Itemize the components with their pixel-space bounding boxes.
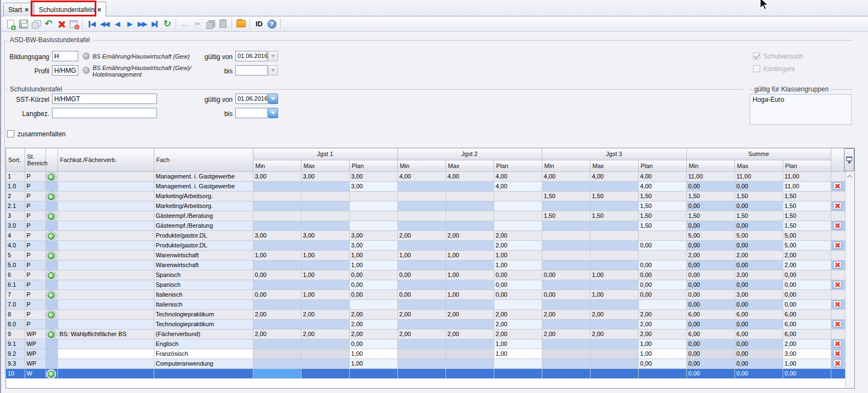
cell-fach[interactable]: Technologiepraktikum	[154, 319, 253, 329]
grid-cell[interactable]: 4,00	[397, 171, 445, 181]
grid-cell[interactable]: 2,00	[638, 319, 686, 329]
grid-cell[interactable]	[253, 280, 301, 290]
cell-fachkat[interactable]	[57, 359, 154, 368]
cell-sort[interactable]: 6	[6, 270, 25, 280]
grid-cell[interactable]: 0,00	[686, 270, 734, 280]
cell-bereich[interactable]: P	[25, 290, 45, 299]
cell-fachkat[interactable]	[57, 339, 154, 349]
cell-fachkat[interactable]	[57, 349, 154, 359]
col-header-max[interactable]: Max	[590, 160, 638, 171]
grid-cell[interactable]: 2,00	[542, 309, 590, 319]
table-row-10[interactable]: 10W+0,000,000,00	[6, 368, 846, 378]
cell-fach[interactable]: Management. i. Gastgewerbe	[154, 171, 253, 181]
cell-delete[interactable]	[831, 319, 846, 329]
grid-cell[interactable]	[590, 250, 638, 260]
grid-cell[interactable]	[397, 211, 445, 221]
grid-cell[interactable]: 2,00	[783, 339, 831, 349]
grid-cell[interactable]	[590, 221, 638, 230]
grid-cell[interactable]: 4,00	[638, 171, 686, 181]
table-row-9.3[interactable]: 9.3WPComputeranwendung1,000,000,000,001,…	[6, 359, 846, 368]
grid-cell[interactable]: 0,00	[494, 290, 542, 299]
grid-cell[interactable]	[445, 211, 494, 221]
cell-sort[interactable]: 2	[6, 191, 25, 201]
grid-cell[interactable]: 2,00	[542, 329, 590, 339]
grid-cell[interactable]	[445, 201, 494, 211]
table-row-5.0[interactable]: 5.0PWarenwirtschaft1,001,000,000,000,002…	[6, 260, 846, 270]
grid-cell[interactable]: 0,00	[397, 290, 445, 299]
grid-cell[interactable]	[590, 349, 638, 359]
grid-cell[interactable]	[253, 319, 301, 329]
cell-fachkat[interactable]	[57, 211, 154, 221]
grid-cell[interactable]: 1,50	[638, 201, 686, 211]
cell-bereich[interactable]: P	[25, 240, 45, 250]
grid-cell[interactable]: 5,00	[686, 230, 734, 240]
cell-delete[interactable]	[831, 201, 846, 211]
grid-cell[interactable]: 0,00	[734, 201, 783, 211]
grid-cell[interactable]: 2,00	[494, 230, 542, 240]
delete-row-button[interactable]	[833, 202, 842, 210]
cell-fachkat[interactable]	[57, 221, 154, 230]
grid-cell[interactable]	[542, 201, 590, 211]
grid-cell[interactable]	[494, 299, 542, 309]
grid-cell[interactable]	[301, 181, 349, 191]
grid-cell[interactable]: 1,00	[638, 349, 686, 359]
cell-fach[interactable]: Computeranwendung	[154, 359, 253, 368]
nav-prev-button[interactable]: ◀	[111, 18, 123, 30]
grid-cell[interactable]: 2,00	[638, 329, 686, 339]
grid-cell[interactable]	[397, 201, 445, 211]
delete-row-button[interactable]	[833, 360, 842, 367]
grid-cell[interactable]: 1,00	[349, 260, 397, 270]
grid-cell[interactable]: 1,00	[349, 359, 397, 368]
grid-cell[interactable]	[397, 339, 445, 349]
grid-cell[interactable]	[397, 191, 445, 201]
grid-cell[interactable]	[542, 359, 590, 368]
grid-cell[interactable]	[638, 299, 686, 309]
grid-cell[interactable]	[590, 260, 638, 270]
grid-cell[interactable]: 2,00	[734, 250, 783, 260]
grid-cell[interactable]: 0,00	[686, 280, 734, 290]
cell-bereich[interactable]: WP	[25, 359, 45, 368]
grid-cell[interactable]: 2,00	[349, 329, 397, 339]
cell-fach[interactable]: (Fächerverbund)	[154, 329, 253, 339]
grid-cell[interactable]: 0,00	[734, 368, 783, 378]
grid-cell[interactable]	[542, 339, 590, 349]
cell-bereich[interactable]: P	[25, 230, 45, 240]
cell-fachkat[interactable]	[57, 290, 154, 299]
grid-cell[interactable]: 1,00	[445, 290, 494, 299]
grid-cell[interactable]: 0,00	[349, 339, 397, 349]
grid-cell[interactable]: 1,00	[445, 250, 494, 260]
grid-cell[interactable]: 11,00	[783, 181, 831, 191]
cell-bereich[interactable]: P	[25, 309, 45, 319]
grid-cell[interactable]	[349, 368, 397, 378]
grid-cell[interactable]: 1,50	[686, 191, 734, 201]
grid-cell[interactable]: 5,00	[734, 230, 783, 240]
cell-sort[interactable]: 4.0	[6, 240, 25, 250]
grid-cell[interactable]: 2,00	[253, 329, 301, 339]
sst-gueltig-von-value[interactable]: 01.06.2016	[235, 94, 268, 104]
grid-cell[interactable]: 2,00	[349, 309, 397, 319]
grid-cell[interactable]: 3,00	[734, 270, 783, 280]
grid-cell[interactable]	[590, 201, 638, 211]
cell-fach[interactable]: Italienisch	[154, 299, 253, 309]
grid-cell[interactable]: 1,00	[397, 250, 445, 260]
grid-cell[interactable]: 0,00	[686, 339, 734, 349]
grid-cell[interactable]: 3,00	[349, 240, 397, 250]
cell-fach[interactable]: Management. i. Gastgewerbe	[154, 181, 253, 191]
cell-add[interactable]: +	[45, 250, 57, 260]
delete-row-button[interactable]	[833, 241, 842, 249]
grid-cell[interactable]: 6,00	[734, 329, 783, 339]
grid-cell[interactable]	[445, 191, 494, 201]
grid-cell[interactable]	[397, 240, 445, 250]
table-row-6.1[interactable]: 6.1PSpanisch0,000,000,000,000,000,00	[6, 280, 846, 290]
col-header-bereich[interactable]: St. Bereich	[25, 148, 45, 171]
grid-cell[interactable]	[445, 299, 494, 309]
grid-cell[interactable]: 4,00	[494, 171, 542, 181]
scroll-up-icon[interactable]	[847, 175, 853, 180]
grid-cell[interactable]: 6,00	[686, 309, 734, 319]
grid-cell[interactable]: 0,00	[494, 270, 542, 280]
grid-cell[interactable]	[301, 299, 349, 309]
grid-cell[interactable]	[542, 319, 590, 329]
cell-fachkat[interactable]	[57, 299, 154, 309]
grid-cell[interactable]	[253, 339, 301, 349]
cell-sort[interactable]: 5.0	[6, 260, 25, 270]
